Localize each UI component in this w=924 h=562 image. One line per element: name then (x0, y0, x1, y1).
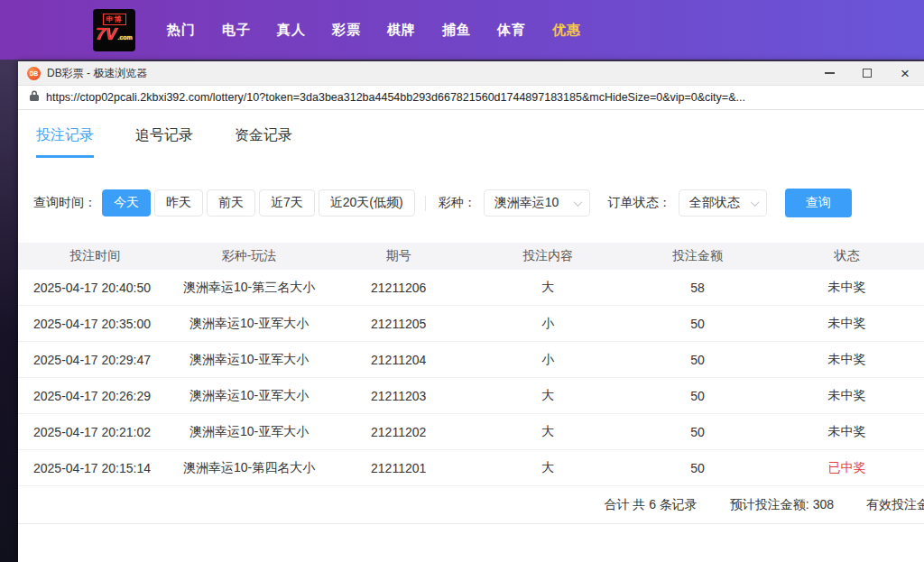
cell-game-play: 澳洲幸运10-亚军大小 (172, 388, 327, 404)
nav-item[interactable]: 优惠 (552, 22, 581, 39)
table-row: 2025-04-17 20:21:02 澳洲幸运10-亚军大小 21211202… (18, 414, 924, 450)
site-logo[interactable]: 申博 7V.com (93, 9, 135, 51)
order-status-select[interactable]: 全部状态 (679, 189, 767, 217)
table-header-cell: 期号 (326, 248, 471, 264)
cell-bet-content: 大 (471, 424, 625, 440)
record-tab[interactable]: 资金记录 (235, 126, 292, 158)
table-row: 2025-04-17 20:40:50 澳洲幸运10-第三名大小 2121120… (18, 270, 924, 306)
cell-bet-time: 2025-04-17 20:15:14 (18, 461, 172, 475)
nav-item[interactable]: 彩票 (332, 22, 361, 39)
minimize-button[interactable] (810, 61, 848, 85)
logo-main-text: 7V.com (96, 25, 133, 46)
cell-bet-amount: 50 (625, 461, 771, 475)
address-bar[interactable]: https://ctop02pcali.2kbxi392.com/lottery… (18, 86, 924, 110)
nav-item[interactable]: 体育 (497, 22, 526, 39)
time-filter-label: 查询时间： (33, 195, 97, 211)
browser-window: DB DB彩票 - 极速浏览器 × https://ctop02pcali.2k… (18, 61, 924, 562)
record-tab[interactable]: 追号记录 (135, 126, 193, 158)
search-button[interactable]: 查询 (785, 189, 852, 217)
site-header: 申博 7V.com 热门电子真人彩票棋牌捕鱼体育优惠 (0, 0, 924, 60)
page-content: 投注记录追号记录资金记录 查询时间： 今天昨天前天近7天近20天(低频) 彩种：… (18, 110, 924, 562)
cell-game-play: 澳洲幸运10-亚军大小 (172, 352, 327, 368)
nav-item[interactable]: 热门 (167, 22, 196, 39)
table-header-cell: 投注时间 (18, 248, 172, 264)
cell-bet-time: 2025-04-17 20:35:00 (18, 317, 172, 331)
lock-icon (30, 89, 39, 106)
nav-item[interactable]: 电子 (222, 22, 251, 39)
cell-bet-time: 2025-04-17 20:26:29 (18, 389, 172, 403)
record-tabs: 投注记录追号记录资金记录 (18, 110, 924, 158)
cell-status: 未中奖 (770, 316, 924, 332)
table-row: 2025-04-17 20:26:29 澳洲幸运10-亚军大小 21211203… (18, 378, 924, 414)
cell-issue-number: 21211205 (326, 317, 471, 331)
cell-game-play: 澳洲幸运10-第四名大小 (172, 460, 327, 476)
order-status-filter-label: 订单状态： (608, 195, 671, 211)
time-filter-button[interactable]: 近7天 (259, 189, 315, 217)
cell-game-play: 澳洲幸运10-亚军大小 (172, 424, 327, 440)
nav-item-label: 真人 (277, 22, 306, 37)
close-button[interactable]: × (886, 61, 924, 85)
cell-bet-content: 小 (471, 316, 625, 332)
logo-suffix-text: .com (117, 34, 132, 41)
nav-item[interactable]: 真人 (277, 22, 306, 39)
minimize-icon (825, 72, 835, 74)
time-filter-button[interactable]: 昨天 (154, 189, 203, 217)
bet-record-table: 投注时间彩种-玩法期号投注内容投注金额状态 2025-04-17 20:40:5… (18, 243, 924, 486)
table-row: 2025-04-17 20:15:14 澳洲幸运10-第四名大小 2121120… (18, 450, 924, 486)
nav-item-label: 热门 (167, 22, 196, 37)
cell-status: 未中奖 (770, 388, 924, 404)
record-tab[interactable]: 投注记录 (36, 126, 94, 158)
cell-issue-number: 21211201 (326, 461, 471, 475)
table-header-cell: 投注金额 (625, 248, 771, 264)
cell-bet-time: 2025-04-17 20:40:50 (18, 281, 172, 295)
cell-issue-number: 21211206 (326, 281, 471, 295)
cell-status: 未中奖 (770, 352, 924, 368)
summary-item: 合计 共 6 条记录 (604, 497, 697, 513)
cell-bet-amount: 58 (625, 281, 771, 295)
cell-bet-amount: 50 (625, 317, 771, 331)
time-filter-button[interactable]: 近20天(低频) (319, 189, 415, 217)
table-header-cell: 投注内容 (471, 248, 625, 264)
browser-titlebar: DB DB彩票 - 极速浏览器 × (18, 61, 924, 86)
nav-item[interactable]: 棋牌 (387, 22, 416, 39)
cell-bet-amount: 50 (625, 389, 771, 403)
cell-bet-amount: 50 (625, 353, 771, 367)
order-status-select-value: 全部状态 (689, 195, 740, 211)
cell-status: 未中奖 (770, 280, 924, 296)
nav-item-label: 体育 (497, 22, 526, 37)
cell-bet-content: 大 (471, 460, 625, 476)
cell-status: 已中奖 (770, 460, 924, 476)
lottery-select[interactable]: 澳洲幸运10 (484, 189, 590, 217)
cell-bet-content: 大 (471, 280, 625, 296)
window-controls: × (810, 61, 924, 85)
screen: 申博 7V.com 热门电子真人彩票棋牌捕鱼体育优惠 DB DB彩票 - 极速浏… (0, 0, 924, 562)
table-row: 2025-04-17 20:35:00 澳洲幸运10-亚军大小 21211205… (18, 306, 924, 342)
favicon-icon: DB (27, 67, 41, 80)
cell-status: 未中奖 (770, 424, 924, 440)
nav-item-label: 捕鱼 (442, 22, 471, 37)
nav-item-label: 电子 (222, 22, 251, 37)
cell-issue-number: 21211204 (326, 353, 471, 367)
table-header-cell: 状态 (770, 248, 924, 264)
maximize-button[interactable] (848, 61, 886, 85)
url-text: https://ctop02pcali.2kbxi392.com/lottery… (46, 91, 745, 104)
nav-item-label: 彩票 (332, 22, 361, 37)
cell-bet-time: 2025-04-17 20:29:47 (18, 353, 172, 367)
table-header-cell: 彩种-玩法 (172, 248, 327, 264)
window-title: DB彩票 - 极速浏览器 (47, 66, 147, 81)
filter-divider (425, 196, 426, 211)
time-filter-button[interactable]: 今天 (102, 189, 151, 217)
summary-item: 预计投注金额: 308 (730, 497, 834, 513)
nav-item[interactable]: 捕鱼 (442, 22, 471, 39)
cell-game-play: 澳洲幸运10-第三名大小 (172, 280, 327, 296)
close-icon: × (901, 66, 910, 81)
cell-bet-amount: 50 (625, 425, 771, 439)
nav-item-label: 优惠 (552, 22, 581, 37)
table-row: 2025-04-17 20:29:47 澳洲幸运10-亚军大小 21211204… (18, 342, 924, 378)
time-filter-button[interactable]: 前天 (207, 189, 255, 217)
filter-bar: 查询时间： 今天昨天前天近7天近20天(低频) 彩种： 澳洲幸运10 订单状态：… (33, 189, 924, 217)
cell-bet-content: 大 (471, 388, 625, 404)
table-header-row: 投注时间彩种-玩法期号投注内容投注金额状态 (18, 243, 924, 270)
cell-bet-content: 小 (471, 352, 625, 368)
main-nav: 热门电子真人彩票棋牌捕鱼体育优惠 (167, 22, 607, 39)
